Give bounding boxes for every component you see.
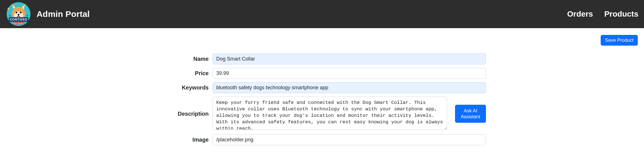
- nav-right: Orders Products: [567, 10, 638, 19]
- price-input[interactable]: [213, 68, 486, 79]
- image-path-input[interactable]: [213, 134, 486, 145]
- nav-link-orders[interactable]: Orders: [567, 10, 593, 19]
- form-row-description: Description Ask AI Assistant: [158, 97, 486, 131]
- description-textarea[interactable]: [213, 97, 447, 130]
- keywords-input[interactable]: [213, 82, 486, 93]
- label-price: Price: [158, 70, 209, 77]
- page-title: Admin Portal: [37, 9, 90, 19]
- svg-text:PET STORE: PET STORE: [13, 23, 24, 24]
- form-row-price: Price: [158, 68, 486, 79]
- form-row-keywords: Keywords: [158, 82, 486, 93]
- form-row-image: Image: [158, 134, 486, 145]
- svg-point-5: [18, 14, 19, 15]
- page-content: Save Product Name Price Keywords Descrip…: [0, 28, 644, 160]
- svg-text:CONTOSO: CONTOSO: [10, 18, 27, 21]
- brand: CONTOSO PET STORE Admin Portal: [6, 1, 90, 27]
- ask-ai-assistant-button[interactable]: Ask AI Assistant: [455, 105, 486, 123]
- save-product-button[interactable]: Save Product: [601, 35, 638, 46]
- svg-point-4: [20, 12, 21, 14]
- label-name: Name: [158, 56, 209, 62]
- label-keywords: Keywords: [158, 84, 209, 91]
- label-description: Description: [158, 111, 209, 117]
- form-row-name: Name: [158, 53, 486, 64]
- nav-link-products[interactable]: Products: [604, 10, 638, 19]
- name-input[interactable]: [213, 53, 486, 64]
- navbar: CONTOSO PET STORE Admin Portal Orders Pr…: [0, 0, 644, 28]
- brand-logo-icon: CONTOSO PET STORE: [6, 1, 31, 27]
- label-image: Image: [158, 137, 209, 143]
- toolbar: Save Product: [3, 35, 641, 46]
- svg-point-3: [16, 12, 17, 14]
- product-form: Name Price Keywords Description: [158, 53, 486, 145]
